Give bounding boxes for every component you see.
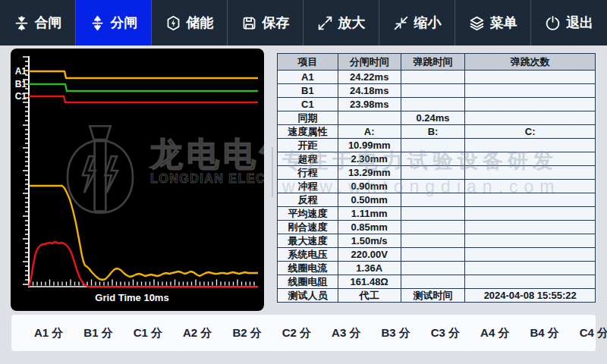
table-cell (401, 275, 466, 288)
phase-status-item: B3 分 (381, 326, 410, 340)
table-cell: 冲程 (278, 180, 338, 193)
channel-label-B1: B1 (15, 79, 27, 89)
table-cell: 同期 (278, 111, 338, 124)
toolbar-button-label: 放大 (338, 14, 366, 32)
results-table: 项目分闸时间弹跳时间弹跳次数A124.22msB124.18msC123.98m… (277, 53, 596, 303)
table-cell (401, 262, 466, 275)
grid-time-label: Grid Time 10ms (95, 292, 168, 303)
toolbar-button-label: 菜单 (490, 14, 517, 32)
table-cell: 1.11mm (338, 207, 401, 220)
table-cell: 0.50mm (338, 193, 401, 206)
zoom-in-icon (317, 15, 333, 31)
toolbar-button-menu[interactable]: 菜单 (455, 0, 531, 46)
channel-label-C1: C1 (15, 91, 27, 102)
table-cell (465, 262, 595, 275)
toolbar-button-label: 保存 (263, 14, 290, 32)
table-cell (401, 180, 466, 193)
table-cell (401, 98, 466, 111)
close-breaker-icon (14, 15, 30, 31)
phase-status-item: B2 分 (232, 326, 261, 340)
table-header-cell: 弹跳时间 (401, 54, 466, 70)
table-row: 线圈电阻161.48Ω (278, 275, 595, 289)
table-row: 测试人员代工测试时间2024-04-08 15:55:22 (278, 289, 595, 303)
table-cell (465, 234, 595, 247)
toolbar-button-open-breaker[interactable]: 分闸 (76, 0, 152, 46)
table-cell (401, 207, 466, 220)
table-cell: 测试人员 (278, 289, 338, 302)
table-cell (465, 193, 595, 206)
table-cell: 速度属性 (278, 125, 338, 138)
table-row: 同期0.24ms (278, 111, 595, 125)
table-cell (465, 98, 595, 111)
table-cell (465, 180, 595, 193)
table-cell: 行程 (278, 166, 338, 179)
trace-travel-curve (30, 186, 258, 280)
table-header-cell: 项目 (278, 54, 338, 70)
energy-storage-icon (165, 15, 181, 31)
toolbar-button-exit[interactable]: 退出 (531, 0, 607, 46)
table-cell: 23.98ms (338, 98, 401, 111)
table-cell (465, 71, 595, 83)
table-cell: 平均速度 (278, 207, 338, 220)
toolbar-button-label: 缩小 (414, 14, 442, 32)
phase-status-item: B4 分 (530, 326, 558, 340)
exit-icon (545, 15, 561, 31)
table-cell (465, 275, 595, 288)
waveform-panel: 龙电电气 LONGDIAN ELECTRIC A1B1C1Grid Time 1… (11, 49, 264, 311)
table-row: 速度属性A:B:C: (278, 125, 595, 139)
table-row: 行程13.29mm (278, 166, 595, 180)
table-cell (401, 193, 466, 206)
table-cell: C1 (278, 98, 338, 111)
table-cell: 开距 (278, 139, 338, 152)
toolbar-button-close-breaker[interactable]: 合闸 (0, 0, 76, 46)
table-header-cell: 弹跳次数 (465, 54, 595, 70)
table-cell: 0.90mm (338, 180, 401, 193)
open-breaker-icon (90, 15, 105, 31)
table-row: A124.22ms (278, 71, 595, 84)
phase-status-item: B1 分 (83, 326, 112, 340)
table-row: 平均速度1.11mm (278, 207, 595, 221)
table-header-row: 项目分闸时间弹跳时间弹跳次数 (278, 54, 595, 71)
table-cell: 161.48Ω (338, 275, 401, 288)
table-cell (401, 152, 466, 165)
table-row: 反程0.50mm (278, 193, 595, 207)
table-cell (465, 166, 595, 179)
table-row: C123.98ms (278, 98, 595, 111)
table-cell: 1.36A (338, 262, 401, 275)
table-row: 开距10.99mm (278, 139, 595, 152)
table-cell: 2.30mm (338, 152, 401, 165)
table-cell: 最大速度 (278, 234, 338, 247)
table-cell: 0.24ms (401, 111, 466, 124)
phase-status-item: C2 分 (282, 326, 311, 340)
toolbar-button-label: 退出 (566, 14, 593, 32)
table-cell (338, 111, 401, 124)
table-cell: 13.29mm (338, 166, 401, 179)
table-row: 最大速度1.50m/s (278, 234, 595, 248)
toolbar-button-zoom-in[interactable]: 放大 (304, 0, 379, 46)
table-row: 线圈电流1.36A (278, 262, 595, 275)
trace-A1-contact-status (29, 71, 258, 78)
table-cell: 10.99mm (338, 139, 401, 152)
table-cell: 2024-04-08 15:55:22 (465, 289, 595, 302)
table-row: 刚合速度0.85mm (278, 221, 595, 234)
table-cell: 1.50m/s (338, 234, 401, 247)
table-cell (401, 248, 466, 261)
status-bar: A1 分B1 分C1 分A2 分B2 分C2 分A3 分B3 分C3 分A4 分… (11, 315, 596, 351)
table-row: B124.18ms (278, 84, 595, 98)
table-cell: C: (465, 125, 595, 138)
trace-coil-current-curve (29, 242, 258, 287)
save-icon (241, 15, 257, 31)
toolbar-button-label: 分闸 (111, 14, 138, 32)
table-cell (465, 139, 595, 152)
table-cell (401, 166, 466, 179)
table-cell: B: (401, 125, 466, 138)
toolbar-button-zoom-out[interactable]: 缩小 (379, 0, 455, 46)
toolbar-button-save[interactable]: 保存 (228, 0, 304, 46)
table-cell: 线圈电阻 (278, 275, 338, 288)
table-cell: B1 (278, 84, 338, 97)
table-cell (401, 71, 466, 83)
table-cell: 系统电压 (278, 248, 338, 261)
channel-label-A1: A1 (15, 66, 27, 77)
toolbar-button-energy-storage[interactable]: 储能 (152, 0, 228, 46)
phase-status-item: C4 分 (580, 326, 607, 340)
